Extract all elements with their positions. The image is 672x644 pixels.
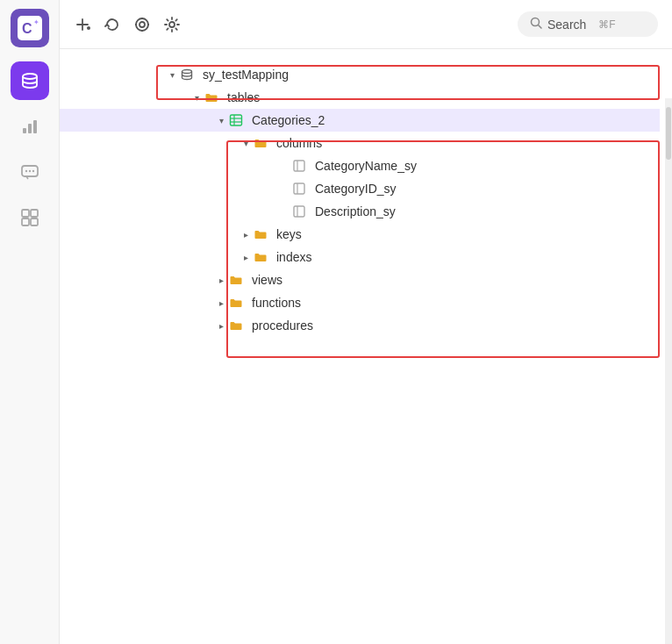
sidebar-item-database[interactable] bbox=[11, 61, 49, 100]
svg-text:✦: ✦ bbox=[33, 18, 39, 26]
scrollbar-track[interactable] bbox=[665, 98, 672, 644]
svg-rect-5 bbox=[28, 124, 32, 133]
folder-icon-views bbox=[228, 272, 244, 288]
svg-text:C: C bbox=[22, 21, 32, 36]
add-button[interactable] bbox=[74, 16, 91, 33]
svg-point-18 bbox=[136, 18, 148, 31]
chart-icon bbox=[20, 117, 39, 136]
tables-label: tables bbox=[227, 90, 260, 104]
target-button[interactable] bbox=[133, 16, 151, 33]
settings-button[interactable] bbox=[163, 16, 181, 33]
svg-point-27 bbox=[182, 70, 192, 74]
tree-node-functions[interactable]: functions bbox=[60, 291, 660, 314]
svg-point-10 bbox=[32, 170, 33, 172]
svg-point-17 bbox=[87, 26, 90, 30]
svg-rect-12 bbox=[31, 210, 38, 217]
app-logo[interactable]: C ✦ bbox=[11, 9, 49, 47]
svg-line-26 bbox=[539, 25, 542, 29]
folder-icon-procedures bbox=[228, 318, 244, 333]
column-icon-col2 bbox=[291, 181, 307, 197]
tree-wrapper: sy_testMapping tables bbox=[60, 63, 672, 337]
procedures-label: procedures bbox=[252, 318, 313, 333]
keys-label: keys bbox=[276, 227, 302, 241]
main-area: Search ⌘F sy_testMapping bbox=[60, 0, 672, 644]
columns-label: columns bbox=[276, 136, 322, 150]
svg-point-9 bbox=[28, 170, 30, 172]
indexes-label: indexs bbox=[276, 250, 311, 264]
tree-node-columns[interactable]: columns bbox=[60, 132, 660, 154]
database-icon bbox=[20, 71, 39, 90]
sidebar-item-chat[interactable] bbox=[11, 153, 49, 191]
search-bar[interactable]: Search ⌘F bbox=[518, 11, 658, 37]
settings-icon bbox=[163, 16, 181, 33]
search-label: Search bbox=[547, 18, 586, 32]
svg-rect-34 bbox=[294, 183, 304, 194]
database-node-icon bbox=[179, 67, 195, 82]
svg-rect-14 bbox=[31, 218, 38, 225]
refresh-button[interactable] bbox=[104, 16, 121, 33]
tree-node-col3[interactable]: Description_sy bbox=[60, 200, 660, 223]
views-label: views bbox=[252, 273, 282, 287]
search-shortcut: ⌘F bbox=[598, 18, 615, 31]
folder-icon-functions bbox=[228, 295, 244, 311]
toolbar-actions bbox=[74, 16, 504, 33]
svg-point-19 bbox=[139, 22, 145, 27]
functions-label: functions bbox=[252, 296, 301, 310]
tree-node-tables[interactable]: tables bbox=[60, 86, 660, 109]
svg-rect-13 bbox=[22, 218, 29, 225]
tree-area: sy_testMapping tables bbox=[60, 49, 672, 644]
tree-node-indexes[interactable]: indexs bbox=[60, 246, 660, 268]
chevron-indexes bbox=[239, 250, 253, 264]
svg-point-3 bbox=[23, 74, 37, 79]
folder-icon-keys bbox=[253, 226, 268, 242]
svg-point-8 bbox=[25, 170, 26, 172]
table-icon-categories bbox=[228, 112, 244, 128]
chevron-columns bbox=[239, 136, 253, 150]
column-icon-col3 bbox=[291, 204, 307, 219]
chevron-views bbox=[214, 273, 228, 287]
tree-node-keys[interactable]: keys bbox=[60, 223, 660, 246]
svg-rect-32 bbox=[294, 161, 304, 171]
svg-rect-36 bbox=[294, 206, 304, 217]
logo-icon: C ✦ bbox=[18, 16, 42, 40]
tree-node-procedures[interactable]: procedures bbox=[60, 314, 660, 337]
svg-rect-4 bbox=[23, 128, 26, 133]
search-icon bbox=[530, 17, 542, 32]
column-icon-col1 bbox=[291, 158, 307, 174]
root-label: sy_testMapping bbox=[203, 68, 289, 82]
target-icon bbox=[133, 16, 151, 33]
grid-icon bbox=[20, 208, 39, 227]
sidebar-item-grid[interactable] bbox=[11, 198, 49, 237]
col1-label: CategoryName_sy bbox=[315, 159, 417, 173]
folder-icon-indexes bbox=[253, 249, 268, 265]
sidebar: C ✦ bbox=[0, 0, 60, 644]
sidebar-item-chart[interactable] bbox=[11, 107, 49, 146]
chevron-tables bbox=[189, 90, 204, 104]
chevron-procedures bbox=[214, 318, 228, 333]
categories-label: Categories_2 bbox=[252, 113, 325, 127]
add-icon bbox=[74, 16, 91, 33]
folder-icon-columns bbox=[253, 135, 268, 151]
svg-point-24 bbox=[169, 22, 175, 27]
svg-rect-11 bbox=[22, 210, 29, 217]
tree-node-col2[interactable]: CategoryID_sy bbox=[60, 177, 660, 200]
tree-node-categories[interactable]: Categories_2 bbox=[60, 109, 660, 132]
chat-icon bbox=[20, 162, 39, 182]
col3-label: Description_sy bbox=[315, 204, 396, 218]
tree-node-root[interactable]: sy_testMapping bbox=[60, 63, 660, 86]
toolbar: Search ⌘F bbox=[60, 0, 672, 49]
chevron-categories bbox=[214, 113, 228, 127]
folder-icon-tables bbox=[204, 89, 219, 105]
chevron-root bbox=[165, 68, 179, 82]
tree-node-col1[interactable]: CategoryName_sy bbox=[60, 154, 660, 177]
chevron-keys bbox=[239, 227, 253, 241]
refresh-icon bbox=[104, 16, 121, 33]
tree-node-views[interactable]: views bbox=[60, 268, 660, 291]
scrollbar-thumb[interactable] bbox=[666, 107, 671, 160]
chevron-functions bbox=[214, 296, 228, 310]
svg-rect-6 bbox=[33, 120, 37, 133]
col2-label: CategoryID_sy bbox=[315, 182, 397, 196]
svg-rect-28 bbox=[231, 115, 242, 125]
